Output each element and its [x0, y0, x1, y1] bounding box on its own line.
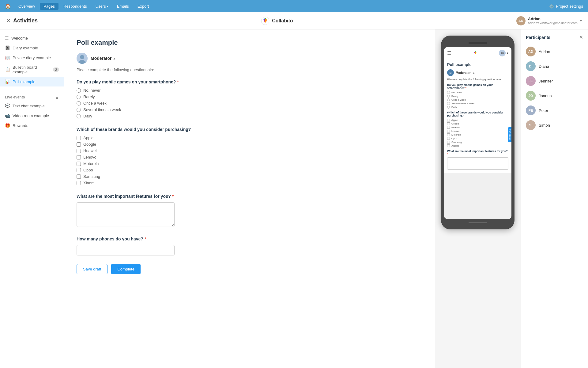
- sidebar-section-live-events: Live events ▲: [0, 92, 64, 101]
- participant-jennifer[interactable]: JE Jennifer: [521, 74, 588, 88]
- checkbox-oppo[interactable]: Oppo: [77, 168, 423, 172]
- phones-count-input[interactable]: [77, 245, 175, 255]
- private-diary-icon: 📖: [5, 55, 10, 60]
- check-samsung[interactable]: [77, 174, 81, 179]
- participants-panel: Participants ✕ AD Adrian DI Diana JE Jen…: [521, 29, 588, 368]
- radio-daily[interactable]: [77, 114, 81, 118]
- nav-respondents[interactable]: Respondents: [60, 3, 91, 10]
- phone-page-title: Poll example: [447, 62, 508, 67]
- phone-instruction: Please complete the following questionna…: [447, 78, 508, 81]
- home-icon[interactable]: 🏠: [5, 3, 11, 9]
- collabito-logo: [261, 17, 270, 25]
- svg-point-2: [80, 55, 84, 59]
- moderator-name: Moderator ▲: [91, 56, 116, 61]
- radio-rarely[interactable]: [77, 95, 81, 99]
- radio-option-daily[interactable]: Daily: [77, 114, 423, 118]
- features-textarea[interactable]: [77, 202, 175, 227]
- phone-radio-several: Several times a week: [447, 102, 508, 105]
- phone-radio-once: Once a week: [447, 98, 508, 101]
- check-apple[interactable]: [77, 136, 81, 140]
- top-navigation: 🏠 Overview Pages Respondents Users ▾ Ema…: [0, 0, 588, 12]
- radio-option-once-week[interactable]: Once a week: [77, 101, 423, 105]
- participants-header: Participants ✕: [521, 34, 588, 44]
- nav-export[interactable]: Export: [134, 3, 153, 10]
- sidebar-item-bulletin[interactable]: 📋 Bulletin board example 2: [0, 63, 64, 77]
- check-google[interactable]: [77, 142, 81, 147]
- nav-overview[interactable]: Overview: [15, 3, 39, 10]
- nav-pages[interactable]: Pages: [40, 3, 58, 10]
- video-room-icon: 📹: [5, 113, 10, 118]
- phone-q1: Do you play mobile games on your smartph…: [447, 83, 508, 90]
- participant-joanna[interactable]: JO Joanna: [521, 88, 588, 103]
- participant-name-simon: Simon: [539, 123, 550, 128]
- checkbox-motorola[interactable]: Motorola: [77, 161, 423, 166]
- phone-check-google: Google: [447, 122, 508, 125]
- question-2: Which of these brands would you consider…: [77, 127, 423, 185]
- sidebar-item-poll[interactable]: 📊 Poll example: [0, 77, 64, 86]
- sidebar-item-rewards[interactable]: 🎁 Rewards: [0, 121, 64, 130]
- participant-simon[interactable]: SI Simon: [521, 118, 588, 132]
- radio-no-never[interactable]: [77, 88, 81, 93]
- header-right: AD Adrian adrianx.whitaker@mailinator.co…: [516, 16, 582, 25]
- participant-adrian[interactable]: AD Adrian: [521, 44, 588, 59]
- phone-check-huawei: Huawei: [447, 126, 508, 129]
- question-3: What are the most important features for…: [77, 194, 423, 228]
- sidebar-item-diary[interactable]: 📓 Diary example: [0, 43, 64, 53]
- save-draft-button[interactable]: Save draft: [77, 264, 107, 274]
- radio-once-week[interactable]: [77, 101, 81, 105]
- check-huawei[interactable]: [77, 149, 81, 153]
- question-3-label: What are the most important features for…: [77, 194, 423, 199]
- question-1-label: Do you play mobile games on your smartph…: [77, 79, 423, 84]
- phone-mockup-area: ☰ AD ▾ Poll example: [435, 29, 521, 368]
- check-lenovo[interactable]: [77, 155, 81, 159]
- checkbox-lenovo[interactable]: Lenovo: [77, 155, 423, 159]
- sidebar-label-private-diary: Private diary example: [13, 56, 51, 60]
- text-chat-icon: 💬: [5, 103, 10, 108]
- participant-name-joanna: Joanna: [539, 94, 552, 98]
- rewards-icon: 🎁: [5, 123, 10, 128]
- sidebar-item-private-diary[interactable]: 📖 Private diary example: [0, 53, 64, 63]
- live-events-label: Live events: [5, 95, 25, 99]
- nav-emails[interactable]: Emails: [113, 3, 133, 10]
- users-dropdown-arrow: ▾: [107, 5, 108, 8]
- participant-peter[interactable]: PE Peter: [521, 103, 588, 118]
- participants-close-button[interactable]: ✕: [579, 34, 583, 40]
- radio-option-several-week[interactable]: Several times a week: [77, 107, 423, 112]
- checkbox-huawei[interactable]: Huawei: [77, 148, 423, 153]
- checkbox-apple[interactable]: Apple: [77, 136, 423, 140]
- checkbox-samsung[interactable]: Samsung: [77, 174, 423, 179]
- sidebar-item-video-room[interactable]: 📹 Video room example: [0, 111, 64, 121]
- phone-check-lenovo: Lenovo: [447, 130, 508, 132]
- instruction-text: Please complete the following questionna…: [77, 67, 423, 72]
- settings-icon: ⚙️: [549, 4, 554, 9]
- moderator-chevron[interactable]: ▲: [113, 57, 116, 60]
- nav-users[interactable]: Users ▾: [92, 3, 112, 10]
- sidebar-item-text-chat[interactable]: 💬 Text chat example: [0, 101, 64, 111]
- radio-option-rarely[interactable]: Rarely: [77, 94, 423, 99]
- participant-name-peter: Peter: [539, 108, 548, 113]
- project-settings[interactable]: ⚙️ Project settings: [549, 4, 583, 9]
- radio-option-never[interactable]: No, never: [77, 88, 423, 93]
- sidebar-label-bulletin: Bulletin board example: [13, 65, 51, 74]
- radio-several-week[interactable]: [77, 108, 81, 112]
- check-motorola[interactable]: [77, 162, 81, 166]
- phone-check-xiaomi: Xiaomi: [447, 144, 508, 147]
- sidebar-label-poll: Poll example: [13, 79, 35, 84]
- phone-participants-tab[interactable]: Participants: [508, 127, 511, 142]
- checkbox-google[interactable]: Google: [77, 142, 423, 147]
- user-dropdown-arrow[interactable]: ▾: [580, 19, 582, 23]
- check-xiaomi[interactable]: [77, 181, 81, 185]
- participant-diana[interactable]: DI Diana: [521, 59, 588, 74]
- checkbox-xiaomi[interactable]: Xiaomi: [77, 181, 423, 185]
- page-title: Poll example: [77, 39, 423, 47]
- sidebar-item-welcome[interactable]: ☰ Welcome: [0, 33, 64, 43]
- participant-avatar-jennifer: JE: [526, 76, 536, 86]
- activities-close-button[interactable]: ✕: [6, 17, 11, 24]
- main-layout: ☰ Welcome 📓 Diary example 📖 Private diar…: [0, 29, 588, 368]
- live-events-toggle[interactable]: ▲: [55, 95, 59, 100]
- participant-avatar-adrian: AD: [526, 47, 536, 56]
- participant-name-jennifer: Jennifer: [539, 79, 553, 83]
- complete-button[interactable]: Complete: [111, 264, 141, 274]
- phone-mod-row: M Moderator ▲: [447, 69, 508, 76]
- check-oppo[interactable]: [77, 168, 81, 172]
